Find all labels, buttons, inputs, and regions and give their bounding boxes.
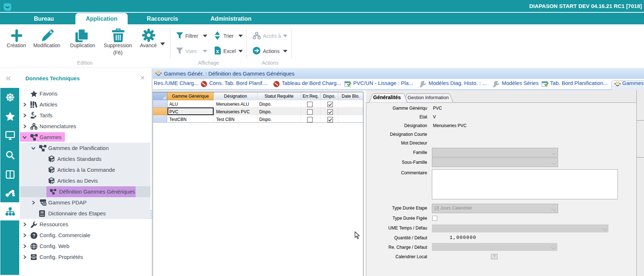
svg-text:€: € (32, 111, 34, 117)
svg-text:?: ? (33, 233, 35, 238)
